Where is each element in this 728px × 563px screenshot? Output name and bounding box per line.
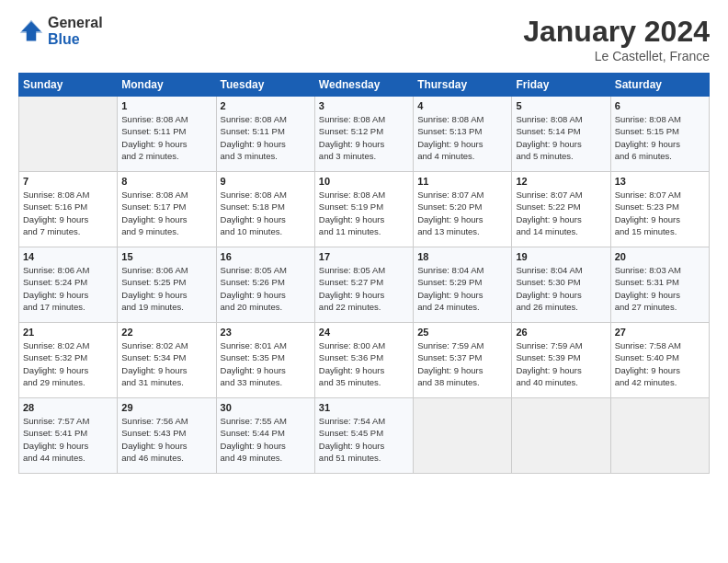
calendar-cell: 17Sunrise: 8:05 AMSunset: 5:27 PMDayligh… [314,247,413,323]
day-info: Sunrise: 8:04 AMSunset: 5:29 PMDaylight:… [417,264,507,313]
calendar-cell: 2Sunrise: 8:08 AMSunset: 5:11 PMDaylight… [216,97,314,172]
day-info: Sunrise: 7:56 AMSunset: 5:43 PMDaylight:… [121,415,211,464]
page: General Blue January 2024 Le Castellet, … [0,0,728,563]
day-info: Sunrise: 8:05 AMSunset: 5:26 PMDaylight:… [221,264,311,313]
day-info: Sunrise: 8:02 AMSunset: 5:34 PMDaylight:… [121,339,211,388]
day-info: Sunrise: 7:59 AMSunset: 5:37 PMDaylight:… [417,339,507,388]
day-number: 2 [221,100,311,111]
day-number: 21 [23,327,113,338]
calendar-cell: 11Sunrise: 8:07 AMSunset: 5:20 PMDayligh… [414,172,512,247]
day-number: 10 [319,176,409,187]
calendar-cell: 5Sunrise: 8:08 AMSunset: 5:14 PMDaylight… [512,97,610,172]
day-number: 4 [417,100,507,111]
day-number: 28 [23,402,113,413]
col-wednesday: Wednesday [314,74,413,97]
day-number: 13 [615,176,705,187]
calendar-cell: 13Sunrise: 8:07 AMSunset: 5:23 PMDayligh… [610,172,709,247]
day-number: 3 [319,100,409,111]
day-number: 12 [516,176,606,187]
calendar-cell: 19Sunrise: 8:04 AMSunset: 5:30 PMDayligh… [512,247,610,323]
day-info: Sunrise: 8:08 AMSunset: 5:15 PMDaylight:… [615,113,705,162]
calendar-cell [19,97,118,172]
day-number: 23 [221,327,311,338]
day-number: 24 [319,327,409,338]
calendar-cell: 31Sunrise: 7:54 AMSunset: 5:45 PMDayligh… [314,398,413,474]
day-number: 26 [516,327,606,338]
day-info: Sunrise: 8:08 AMSunset: 5:11 PMDaylight:… [121,113,211,162]
calendar-cell: 22Sunrise: 8:02 AMSunset: 5:34 PMDayligh… [118,323,216,398]
calendar-cell: 26Sunrise: 7:59 AMSunset: 5:39 PMDayligh… [512,323,610,398]
day-info: Sunrise: 8:05 AMSunset: 5:27 PMDaylight:… [319,264,409,313]
col-monday: Monday [118,74,216,97]
day-info: Sunrise: 8:01 AMSunset: 5:35 PMDaylight:… [221,339,311,388]
calendar-cell [414,398,512,474]
calendar-cell [610,398,709,474]
calendar-cell: 1Sunrise: 8:08 AMSunset: 5:11 PMDaylight… [118,97,216,172]
day-number: 18 [417,251,507,262]
day-number: 20 [615,251,705,262]
day-info: Sunrise: 8:08 AMSunset: 5:11 PMDaylight:… [221,113,311,162]
calendar-cell: 14Sunrise: 8:06 AMSunset: 5:24 PMDayligh… [19,247,118,323]
week-row-1: 1Sunrise: 8:08 AMSunset: 5:11 PMDaylight… [19,97,710,172]
week-row-5: 28Sunrise: 7:57 AMSunset: 5:41 PMDayligh… [19,398,710,474]
day-number: 19 [516,251,606,262]
week-row-3: 14Sunrise: 8:06 AMSunset: 5:24 PMDayligh… [19,247,710,323]
day-number: 7 [23,176,113,187]
calendar-cell: 25Sunrise: 7:59 AMSunset: 5:37 PMDayligh… [414,323,512,398]
logo-icon [18,18,44,44]
logo: General Blue [18,15,103,48]
day-info: Sunrise: 8:04 AMSunset: 5:30 PMDaylight:… [516,264,606,313]
day-info: Sunrise: 7:58 AMSunset: 5:40 PMDaylight:… [615,339,705,388]
calendar-cell: 9Sunrise: 8:08 AMSunset: 5:18 PMDaylight… [216,172,314,247]
month-title: January 2024 [523,15,710,49]
day-info: Sunrise: 8:07 AMSunset: 5:23 PMDaylight:… [615,189,705,237]
calendar-cell: 24Sunrise: 8:00 AMSunset: 5:36 PMDayligh… [314,323,413,398]
logo-general: General [48,15,103,30]
logo-blue: Blue [48,31,80,47]
day-info: Sunrise: 8:06 AMSunset: 5:25 PMDaylight:… [121,264,211,313]
location: Le Castellet, France [523,49,710,63]
calendar-cell: 3Sunrise: 8:08 AMSunset: 5:12 PMDaylight… [314,97,413,172]
col-tuesday: Tuesday [216,74,314,97]
calendar-cell: 7Sunrise: 8:08 AMSunset: 5:16 PMDaylight… [19,172,118,247]
calendar-cell: 21Sunrise: 8:02 AMSunset: 5:32 PMDayligh… [19,323,118,398]
day-info: Sunrise: 8:00 AMSunset: 5:36 PMDaylight:… [319,339,409,388]
day-number: 30 [221,402,311,413]
day-info: Sunrise: 7:54 AMSunset: 5:45 PMDaylight:… [319,415,409,464]
calendar-cell: 29Sunrise: 7:56 AMSunset: 5:43 PMDayligh… [118,398,216,474]
day-number: 29 [121,402,211,413]
calendar-cell: 27Sunrise: 7:58 AMSunset: 5:40 PMDayligh… [610,323,709,398]
day-number: 15 [121,251,211,262]
day-number: 6 [615,100,705,111]
calendar-cell: 20Sunrise: 8:03 AMSunset: 5:31 PMDayligh… [610,247,709,323]
title-block: January 2024 Le Castellet, France [523,15,710,63]
col-friday: Friday [512,74,610,97]
calendar-cell: 23Sunrise: 8:01 AMSunset: 5:35 PMDayligh… [216,323,314,398]
week-row-2: 7Sunrise: 8:08 AMSunset: 5:16 PMDaylight… [19,172,710,247]
day-number: 27 [615,327,705,338]
day-number: 14 [23,251,113,262]
day-info: Sunrise: 8:08 AMSunset: 5:12 PMDaylight:… [319,113,409,162]
day-info: Sunrise: 8:07 AMSunset: 5:22 PMDaylight:… [516,189,606,237]
day-number: 1 [121,100,211,111]
day-info: Sunrise: 7:55 AMSunset: 5:44 PMDaylight:… [221,415,311,464]
col-thursday: Thursday [414,74,512,97]
calendar-cell: 28Sunrise: 7:57 AMSunset: 5:41 PMDayligh… [19,398,118,474]
calendar-cell: 15Sunrise: 8:06 AMSunset: 5:25 PMDayligh… [118,247,216,323]
header: General Blue January 2024 Le Castellet, … [18,15,710,63]
day-info: Sunrise: 8:08 AMSunset: 5:14 PMDaylight:… [516,113,606,162]
day-info: Sunrise: 7:57 AMSunset: 5:41 PMDaylight:… [23,415,113,464]
calendar-cell: 6Sunrise: 8:08 AMSunset: 5:15 PMDaylight… [610,97,709,172]
svg-marker-1 [20,20,43,33]
day-number: 5 [516,100,606,111]
day-number: 22 [121,327,211,338]
calendar-cell: 10Sunrise: 8:08 AMSunset: 5:19 PMDayligh… [314,172,413,247]
day-info: Sunrise: 8:08 AMSunset: 5:16 PMDaylight:… [23,189,113,237]
calendar-cell: 8Sunrise: 8:08 AMSunset: 5:17 PMDaylight… [118,172,216,247]
day-info: Sunrise: 8:08 AMSunset: 5:18 PMDaylight:… [221,189,311,237]
day-info: Sunrise: 7:59 AMSunset: 5:39 PMDaylight:… [516,339,606,388]
day-info: Sunrise: 8:08 AMSunset: 5:17 PMDaylight:… [121,189,211,237]
col-sunday: Sunday [19,74,118,97]
day-number: 11 [417,176,507,187]
calendar-cell: 18Sunrise: 8:04 AMSunset: 5:29 PMDayligh… [414,247,512,323]
